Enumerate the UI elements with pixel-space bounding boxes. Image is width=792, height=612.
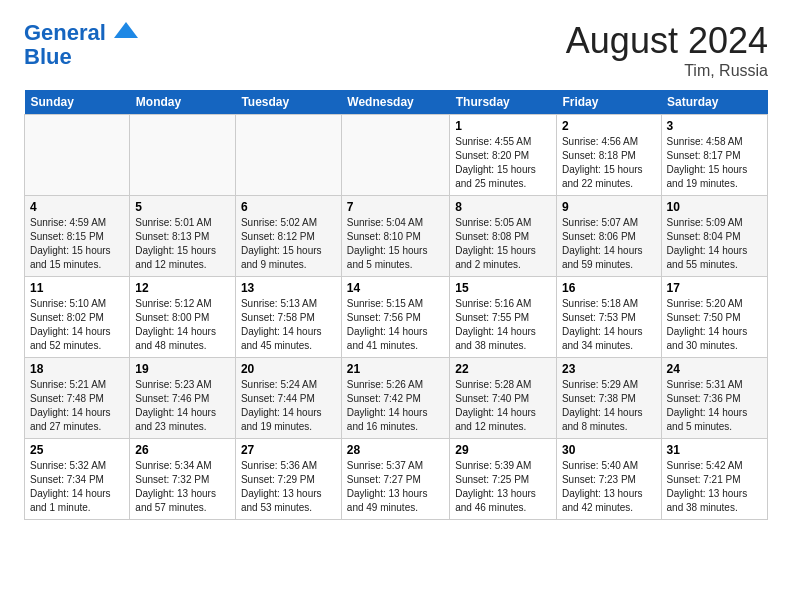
day-cell: 14Sunrise: 5:15 AM Sunset: 7:56 PM Dayli… xyxy=(341,277,449,358)
day-number: 29 xyxy=(455,443,551,457)
day-number: 17 xyxy=(667,281,762,295)
day-number: 20 xyxy=(241,362,336,376)
day-cell xyxy=(130,115,236,196)
day-cell: 22Sunrise: 5:28 AM Sunset: 7:40 PM Dayli… xyxy=(450,358,557,439)
day-number: 13 xyxy=(241,281,336,295)
day-info: Sunrise: 5:21 AM Sunset: 7:48 PM Dayligh… xyxy=(30,378,124,434)
day-number: 8 xyxy=(455,200,551,214)
header: General Blue August 2024 Tim, Russia xyxy=(24,20,768,80)
day-cell: 18Sunrise: 5:21 AM Sunset: 7:48 PM Dayli… xyxy=(25,358,130,439)
day-number: 19 xyxy=(135,362,230,376)
day-info: Sunrise: 4:59 AM Sunset: 8:15 PM Dayligh… xyxy=(30,216,124,272)
day-cell: 1Sunrise: 4:55 AM Sunset: 8:20 PM Daylig… xyxy=(450,115,557,196)
day-info: Sunrise: 4:58 AM Sunset: 8:17 PM Dayligh… xyxy=(667,135,762,191)
calendar-table: SundayMondayTuesdayWednesdayThursdayFrid… xyxy=(24,90,768,520)
day-info: Sunrise: 5:28 AM Sunset: 7:40 PM Dayligh… xyxy=(455,378,551,434)
day-number: 31 xyxy=(667,443,762,457)
day-cell: 17Sunrise: 5:20 AM Sunset: 7:50 PM Dayli… xyxy=(661,277,767,358)
weekday-header-thursday: Thursday xyxy=(450,90,557,115)
day-cell: 25Sunrise: 5:32 AM Sunset: 7:34 PM Dayli… xyxy=(25,439,130,520)
day-info: Sunrise: 5:02 AM Sunset: 8:12 PM Dayligh… xyxy=(241,216,336,272)
day-number: 15 xyxy=(455,281,551,295)
day-info: Sunrise: 5:01 AM Sunset: 8:13 PM Dayligh… xyxy=(135,216,230,272)
day-number: 4 xyxy=(30,200,124,214)
week-row-3: 11Sunrise: 5:10 AM Sunset: 8:02 PM Dayli… xyxy=(25,277,768,358)
day-info: Sunrise: 5:42 AM Sunset: 7:21 PM Dayligh… xyxy=(667,459,762,515)
calendar-header: SundayMondayTuesdayWednesdayThursdayFrid… xyxy=(25,90,768,115)
day-info: Sunrise: 5:15 AM Sunset: 7:56 PM Dayligh… xyxy=(347,297,444,353)
day-cell: 26Sunrise: 5:34 AM Sunset: 7:32 PM Dayli… xyxy=(130,439,236,520)
day-info: Sunrise: 5:26 AM Sunset: 7:42 PM Dayligh… xyxy=(347,378,444,434)
day-number: 12 xyxy=(135,281,230,295)
day-number: 16 xyxy=(562,281,656,295)
day-info: Sunrise: 4:56 AM Sunset: 8:18 PM Dayligh… xyxy=(562,135,656,191)
day-info: Sunrise: 5:16 AM Sunset: 7:55 PM Dayligh… xyxy=(455,297,551,353)
week-row-5: 25Sunrise: 5:32 AM Sunset: 7:34 PM Dayli… xyxy=(25,439,768,520)
weekday-header-monday: Monday xyxy=(130,90,236,115)
day-info: Sunrise: 5:07 AM Sunset: 8:06 PM Dayligh… xyxy=(562,216,656,272)
day-cell: 5Sunrise: 5:01 AM Sunset: 8:13 PM Daylig… xyxy=(130,196,236,277)
day-number: 22 xyxy=(455,362,551,376)
day-cell: 23Sunrise: 5:29 AM Sunset: 7:38 PM Dayli… xyxy=(556,358,661,439)
day-number: 10 xyxy=(667,200,762,214)
day-info: Sunrise: 5:32 AM Sunset: 7:34 PM Dayligh… xyxy=(30,459,124,515)
day-number: 26 xyxy=(135,443,230,457)
day-cell xyxy=(341,115,449,196)
day-cell: 2Sunrise: 4:56 AM Sunset: 8:18 PM Daylig… xyxy=(556,115,661,196)
day-info: Sunrise: 5:37 AM Sunset: 7:27 PM Dayligh… xyxy=(347,459,444,515)
week-row-1: 1Sunrise: 4:55 AM Sunset: 8:20 PM Daylig… xyxy=(25,115,768,196)
day-cell: 27Sunrise: 5:36 AM Sunset: 7:29 PM Dayli… xyxy=(235,439,341,520)
day-cell: 28Sunrise: 5:37 AM Sunset: 7:27 PM Dayli… xyxy=(341,439,449,520)
day-cell: 21Sunrise: 5:26 AM Sunset: 7:42 PM Dayli… xyxy=(341,358,449,439)
day-cell: 30Sunrise: 5:40 AM Sunset: 7:23 PM Dayli… xyxy=(556,439,661,520)
day-cell: 6Sunrise: 5:02 AM Sunset: 8:12 PM Daylig… xyxy=(235,196,341,277)
day-number: 14 xyxy=(347,281,444,295)
day-cell: 7Sunrise: 5:04 AM Sunset: 8:10 PM Daylig… xyxy=(341,196,449,277)
day-info: Sunrise: 5:31 AM Sunset: 7:36 PM Dayligh… xyxy=(667,378,762,434)
day-cell: 24Sunrise: 5:31 AM Sunset: 7:36 PM Dayli… xyxy=(661,358,767,439)
day-info: Sunrise: 4:55 AM Sunset: 8:20 PM Dayligh… xyxy=(455,135,551,191)
day-number: 24 xyxy=(667,362,762,376)
day-cell xyxy=(25,115,130,196)
day-cell: 9Sunrise: 5:07 AM Sunset: 8:06 PM Daylig… xyxy=(556,196,661,277)
month-year: August 2024 xyxy=(566,20,768,62)
header-row: SundayMondayTuesdayWednesdayThursdayFrid… xyxy=(25,90,768,115)
svg-marker-0 xyxy=(114,22,138,38)
day-number: 9 xyxy=(562,200,656,214)
title-block: August 2024 Tim, Russia xyxy=(566,20,768,80)
day-number: 23 xyxy=(562,362,656,376)
weekday-header-saturday: Saturday xyxy=(661,90,767,115)
day-cell: 11Sunrise: 5:10 AM Sunset: 8:02 PM Dayli… xyxy=(25,277,130,358)
day-info: Sunrise: 5:13 AM Sunset: 7:58 PM Dayligh… xyxy=(241,297,336,353)
day-cell: 20Sunrise: 5:24 AM Sunset: 7:44 PM Dayli… xyxy=(235,358,341,439)
day-cell: 19Sunrise: 5:23 AM Sunset: 7:46 PM Dayli… xyxy=(130,358,236,439)
day-cell: 10Sunrise: 5:09 AM Sunset: 8:04 PM Dayli… xyxy=(661,196,767,277)
day-cell: 3Sunrise: 4:58 AM Sunset: 8:17 PM Daylig… xyxy=(661,115,767,196)
day-info: Sunrise: 5:05 AM Sunset: 8:08 PM Dayligh… xyxy=(455,216,551,272)
day-number: 30 xyxy=(562,443,656,457)
day-info: Sunrise: 5:18 AM Sunset: 7:53 PM Dayligh… xyxy=(562,297,656,353)
day-number: 3 xyxy=(667,119,762,133)
day-info: Sunrise: 5:12 AM Sunset: 8:00 PM Dayligh… xyxy=(135,297,230,353)
day-number: 11 xyxy=(30,281,124,295)
day-info: Sunrise: 5:09 AM Sunset: 8:04 PM Dayligh… xyxy=(667,216,762,272)
day-info: Sunrise: 5:20 AM Sunset: 7:50 PM Dayligh… xyxy=(667,297,762,353)
day-cell: 15Sunrise: 5:16 AM Sunset: 7:55 PM Dayli… xyxy=(450,277,557,358)
day-info: Sunrise: 5:36 AM Sunset: 7:29 PM Dayligh… xyxy=(241,459,336,515)
day-number: 21 xyxy=(347,362,444,376)
day-cell: 13Sunrise: 5:13 AM Sunset: 7:58 PM Dayli… xyxy=(235,277,341,358)
day-cell: 4Sunrise: 4:59 AM Sunset: 8:15 PM Daylig… xyxy=(25,196,130,277)
day-cell: 16Sunrise: 5:18 AM Sunset: 7:53 PM Dayli… xyxy=(556,277,661,358)
logo: General Blue xyxy=(24,20,138,69)
day-number: 25 xyxy=(30,443,124,457)
day-info: Sunrise: 5:24 AM Sunset: 7:44 PM Dayligh… xyxy=(241,378,336,434)
day-cell: 8Sunrise: 5:05 AM Sunset: 8:08 PM Daylig… xyxy=(450,196,557,277)
day-cell xyxy=(235,115,341,196)
logo-icon xyxy=(114,20,138,40)
weekday-header-tuesday: Tuesday xyxy=(235,90,341,115)
day-number: 6 xyxy=(241,200,336,214)
day-number: 7 xyxy=(347,200,444,214)
day-number: 27 xyxy=(241,443,336,457)
weekday-header-friday: Friday xyxy=(556,90,661,115)
calendar-body: 1Sunrise: 4:55 AM Sunset: 8:20 PM Daylig… xyxy=(25,115,768,520)
